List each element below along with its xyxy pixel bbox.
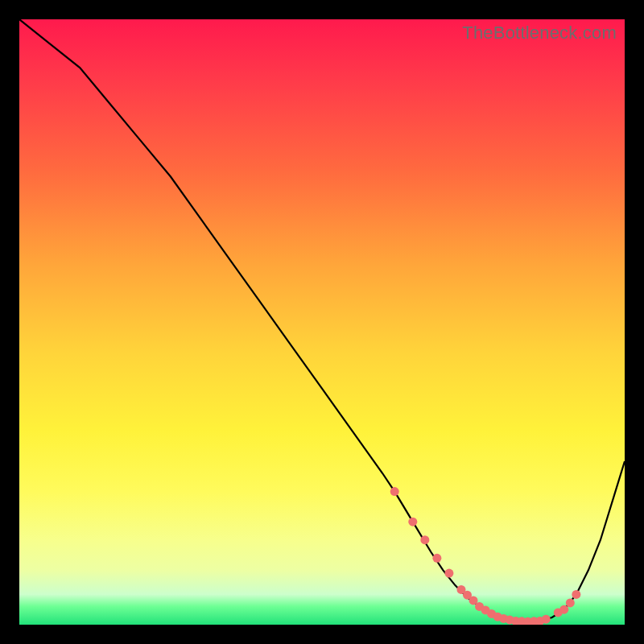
marker-dot — [420, 535, 429, 544]
marker-dot — [432, 554, 441, 563]
marker-group — [390, 487, 581, 625]
marker-dot — [566, 598, 575, 607]
marker-dot — [572, 590, 580, 599]
bottleneck-curve — [19, 19, 625, 621]
chart-frame: TheBottleneck.com — [0, 0, 644, 644]
marker-dot — [408, 518, 417, 526]
plot-area: TheBottleneck.com — [19, 19, 625, 625]
marker-dot — [444, 569, 453, 578]
curve-svg — [19, 19, 625, 625]
marker-dot — [390, 487, 399, 496]
marker-dot — [542, 615, 551, 624]
marker-dot — [559, 605, 568, 614]
